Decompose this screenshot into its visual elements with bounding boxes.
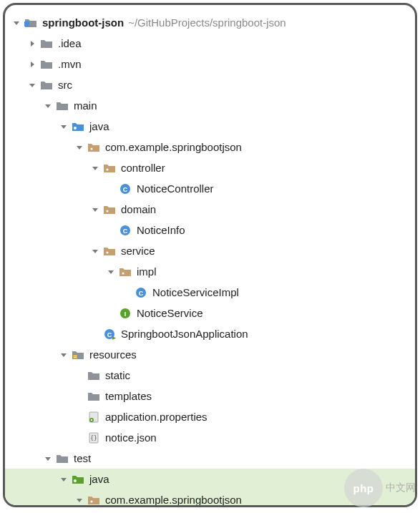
watermark-badge: php (344, 469, 383, 507)
svg-point-22 (91, 419, 92, 420)
svg-point-3 (106, 168, 108, 170)
chevron-down-icon[interactable] (74, 142, 85, 153)
package-icon (102, 203, 117, 216)
watermark: php 中文网 (344, 469, 416, 507)
tree-row[interactable]: templates (5, 386, 415, 406)
tree-row[interactable]: service (5, 240, 415, 261)
tree-row[interactable]: CNoticeInfo (5, 220, 415, 240)
tree-item-label: notice.json (105, 431, 157, 444)
tree-item-label: resources (89, 348, 137, 361)
tree-row[interactable]: test (5, 448, 415, 469)
package-icon (87, 141, 101, 154)
tree-row[interactable]: springboot-json~/GitHubProjects/springbo… (5, 12, 415, 33)
tree-row[interactable]: static (5, 365, 415, 386)
tree-row[interactable]: controller (5, 157, 415, 178)
tree-row[interactable]: impl (5, 261, 415, 282)
folder-grey-icon (39, 79, 54, 92)
tree-row[interactable]: CNoticeController (5, 178, 415, 199)
class-icon: C (118, 182, 132, 195)
svg-text:C: C (123, 185, 128, 192)
svg-point-2 (90, 147, 92, 150)
chevron-down-icon[interactable] (58, 349, 69, 361)
tree-row[interactable]: domain (5, 199, 415, 220)
tree-item-label: impl (137, 265, 157, 278)
svg-rect-19 (74, 357, 77, 358)
tree-item-label: NoticeServiceImpl (152, 286, 239, 298)
interface-icon: I (118, 307, 132, 320)
svg-point-6 (106, 210, 108, 212)
tree-item-label: NoticeInfo (137, 224, 185, 236)
folder-grey-icon (39, 37, 54, 50)
svg-text:C: C (139, 289, 144, 296)
tree-item-label: java (89, 120, 109, 132)
chevron-right-icon[interactable] (26, 38, 38, 49)
tree-row[interactable]: .idea (5, 33, 415, 54)
tree-item-label: .mvn (58, 58, 82, 70)
tree-item-label: templates (105, 390, 152, 402)
tree-row[interactable]: java (5, 116, 415, 137)
svg-point-1 (74, 127, 77, 130)
json-icon: {} (87, 431, 101, 444)
chevron-down-icon[interactable] (42, 100, 54, 112)
package-icon (87, 494, 101, 507)
svg-text:I: I (124, 310, 127, 317)
tree-row[interactable]: .mvn (5, 54, 415, 74)
tree-row[interactable]: resources (5, 344, 415, 365)
svg-text:C: C (123, 227, 128, 234)
svg-rect-0 (24, 21, 29, 26)
chevron-down-icon[interactable] (89, 245, 101, 257)
svg-point-10 (122, 272, 124, 274)
tree-row[interactable]: com.example.springbootjson (5, 137, 415, 157)
chevron-down-icon[interactable] (89, 162, 101, 174)
tree-item-label: main (74, 99, 97, 112)
class-icon: C (134, 286, 148, 299)
tree-item-label: java (89, 473, 109, 485)
package-icon (102, 245, 117, 258)
chevron-down-icon[interactable] (26, 79, 38, 91)
svg-point-26 (90, 500, 92, 502)
chevron-down-icon[interactable] (105, 266, 117, 278)
module-icon (24, 16, 38, 29)
tree-row[interactable]: CNoticeServiceImpl (5, 282, 415, 303)
tree-item-label: test (74, 452, 91, 464)
folder-grey-icon (87, 369, 101, 382)
svg-point-25 (74, 479, 77, 482)
chevron-down-icon[interactable] (89, 204, 101, 215)
tree-item-label: static (105, 369, 130, 381)
chevron-down-icon[interactable] (58, 474, 69, 485)
tree-item-label: com.example.springbootjson (105, 494, 242, 506)
svg-point-9 (106, 251, 108, 253)
project-tree[interactable]: springboot-json~/GitHubProjects/springbo… (3, 3, 417, 507)
tree-item-label: com.example.springbootjson (105, 141, 242, 153)
tree-row[interactable]: INoticeService (5, 303, 415, 323)
tree-row[interactable]: CSpringbootJsonApplication (5, 323, 415, 344)
tree-row[interactable]: application.properties (5, 406, 415, 427)
folder-grey-icon (39, 58, 54, 71)
tree-row[interactable]: main (5, 95, 415, 116)
svg-rect-18 (74, 356, 77, 356)
tree-row[interactable]: {}notice.json (5, 427, 415, 448)
package-icon (118, 265, 132, 278)
tree-row[interactable]: src (5, 74, 415, 95)
folder-grey-icon (87, 390, 101, 403)
folder-test-icon (71, 473, 85, 486)
chevron-down-icon[interactable] (42, 453, 54, 464)
folder-res-icon (71, 348, 85, 361)
properties-icon (87, 411, 101, 424)
tree-item-label: controller (121, 162, 165, 174)
chevron-right-icon[interactable] (26, 59, 38, 70)
package-icon (102, 162, 117, 175)
tree-item-label: domain (121, 203, 156, 215)
chevron-down-icon[interactable] (58, 121, 69, 132)
chevron-down-icon[interactable] (74, 494, 85, 506)
path-suffix: ~/GitHubProjects/springboot-json (128, 16, 286, 29)
tree-item-label: NoticeController (137, 182, 214, 195)
chevron-down-icon[interactable] (11, 17, 22, 29)
svg-text:{}: {} (90, 435, 97, 441)
tree-item-label: NoticeService (137, 307, 203, 319)
tree-item-label: springboot-json (42, 16, 124, 29)
tree-item-label: service (121, 245, 155, 257)
class-icon: C (118, 224, 132, 237)
tree-item-label: .idea (58, 37, 82, 49)
class-run-icon: C (102, 328, 117, 341)
